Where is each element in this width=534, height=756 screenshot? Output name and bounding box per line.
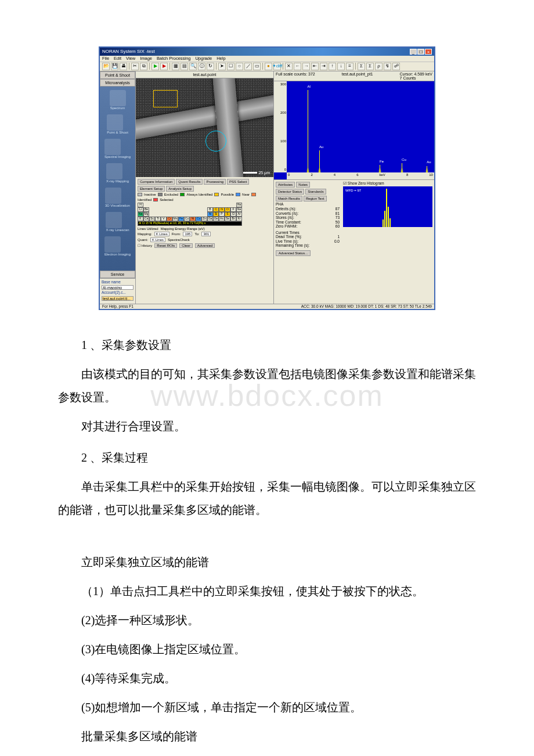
z-icon[interactable]: Σ xyxy=(358,63,365,70)
tab-notes[interactable]: Notes xyxy=(296,182,310,188)
arrow-left-icon[interactable]: ← xyxy=(294,63,301,70)
s-icon[interactable]: Σ xyxy=(366,63,374,70)
t-icon[interactable]: ☍ xyxy=(392,63,400,70)
select-icon[interactable]: ☐ xyxy=(227,63,234,70)
advanced-status-button[interactable]: Advanced Status... xyxy=(276,250,311,256)
nav-tab-microanalysis[interactable]: Microanalysis xyxy=(100,79,135,87)
tab-attributes[interactable]: Attributes xyxy=(276,182,295,188)
tab-region[interactable]: Region Text xyxy=(304,196,327,201)
menu-edit[interactable]: Edit xyxy=(114,56,121,61)
lines-controls: Lines Utilized Mapping Energy Range (eV) xyxy=(138,227,272,231)
plot-area: AlAuFeCuAu xyxy=(287,81,434,172)
q-icon[interactable]: ↯ xyxy=(384,63,391,70)
to-label: To: xyxy=(194,232,199,236)
tab-standards[interactable]: Standards xyxy=(305,189,326,195)
nav-item[interactable]: Point & Shoot xyxy=(107,114,128,134)
nav-item[interactable]: Spectrum xyxy=(110,90,126,110)
menu-view[interactable]: View xyxy=(126,56,135,61)
detector-status-panel: Attributes Notes Detector Status Standar… xyxy=(274,180,434,304)
tab-processing[interactable]: Processing xyxy=(204,179,226,185)
window-buttons: _ ☐ × xyxy=(410,49,432,55)
zoom-icon[interactable]: 🔍 xyxy=(189,63,197,70)
base-name-field[interactable]: Al-mapping xyxy=(102,285,134,290)
menu-file[interactable]: File xyxy=(102,56,109,61)
tab-match[interactable]: Match Results xyxy=(276,196,302,201)
clear-button[interactable]: Clear xyxy=(179,243,192,248)
last-icon[interactable]: ⇥ xyxy=(320,63,327,70)
close-button[interactable]: × xyxy=(425,49,432,55)
cursor-info: Cursor: 4.589 keV 7 Counts xyxy=(400,72,432,80)
periodic-table[interactable]: HHe LiBeBCNOFNe NaMgAlSiPSClAr KCaScTiVC… xyxy=(138,203,272,226)
reset-rois-button[interactable]: Reset ROIs xyxy=(154,243,177,248)
up-icon[interactable]: ↑ xyxy=(329,63,336,70)
menu-upgrade[interactable]: Upgrade xyxy=(195,56,212,61)
refresh-icon[interactable]: ↻ xyxy=(207,63,214,70)
cross-icon[interactable]: ✕ xyxy=(285,63,293,70)
setup-tabs-row1: Compare Information Quant Results Proces… xyxy=(138,179,272,185)
history-checkbox[interactable]: ☐ History xyxy=(138,244,152,247)
from-label: From: xyxy=(172,232,181,236)
nav-item[interactable]: 3D Visualization xyxy=(105,188,130,207)
tab-pss[interactable]: PSS Select xyxy=(227,179,249,185)
info-icon[interactable]: ⓘ xyxy=(198,63,205,70)
nav-item[interactable]: X-ray Mapping xyxy=(106,163,129,183)
minimize-button[interactable]: _ xyxy=(410,49,417,55)
account-field[interactable]: test.aut.point.ti... xyxy=(102,296,134,301)
nav-item[interactable]: Spectral Imaging xyxy=(104,139,131,159)
spectrum-pane: Full scale counts: 372 test.aut.point_pt… xyxy=(274,71,434,304)
tab-element-setup[interactable]: Element Setup xyxy=(138,186,165,192)
main-panels: test.aut.point 25 µm Compare Information… xyxy=(136,71,434,304)
tab-quant[interactable]: Quant Results xyxy=(176,179,203,185)
tab-detector[interactable]: Detector Status xyxy=(276,189,304,195)
marker2-icon[interactable]: ✦diff xyxy=(273,63,281,70)
record-icon[interactable]: ▶ xyxy=(160,63,168,70)
menu-help[interactable]: Help xyxy=(217,56,225,61)
line-tool-icon[interactable]: ／ xyxy=(244,63,252,70)
mapping-dropdown[interactable]: K Lines xyxy=(154,232,169,236)
scale-bar: 25 µm xyxy=(243,171,270,175)
grid-icon[interactable]: ▦ xyxy=(172,63,179,70)
marker1-icon[interactable]: ● xyxy=(265,63,272,70)
tab-compare[interactable]: Compare Information xyxy=(138,179,175,185)
nav-item[interactable]: X-ray Linescan xyxy=(106,212,129,232)
pointer-icon[interactable]: ➤ xyxy=(218,63,226,70)
show-zero-checkbox[interactable]: ☑ Show Zero Histogram xyxy=(343,182,432,186)
nav-tab-point-shoot[interactable]: Point & Shoot xyxy=(100,71,135,79)
x-axis: 0 2 4 6 keV 8 10 xyxy=(287,172,434,179)
advanced-button[interactable]: Advanced xyxy=(195,243,215,248)
first-icon[interactable]: ⇤ xyxy=(311,63,319,70)
sem-image[interactable]: 25 µm xyxy=(136,78,273,177)
cut-icon[interactable]: ✂ xyxy=(131,63,139,70)
nav-item[interactable]: Electron Imaging xyxy=(104,236,131,256)
point-shoot-icon xyxy=(107,114,123,131)
copy-icon[interactable]: ⧉ xyxy=(140,63,147,70)
play-icon[interactable]: ▶ xyxy=(151,63,159,70)
selection-rectangle[interactable] xyxy=(153,90,178,107)
grid2-icon[interactable]: ▤ xyxy=(181,63,188,70)
full-scale-label: Full scale counts: 372 xyxy=(276,72,315,80)
service-header[interactable]: Service xyxy=(100,271,135,278)
quant-dropdown[interactable]: K Lines xyxy=(150,237,165,242)
selection-circle[interactable] xyxy=(205,131,226,152)
rect-tool-icon[interactable]: ▭ xyxy=(253,63,261,70)
status-row: Dead Time (%):1 xyxy=(276,235,340,239)
maximize-button[interactable]: ☐ xyxy=(417,49,424,55)
save-icon[interactable]: 💾 xyxy=(111,63,118,70)
spectrum-chart[interactable]: 300 200 100 0 AlAuFeCuAu 0 2 4 6 keV 8 1… xyxy=(274,81,434,180)
arrow-right-icon[interactable]: → xyxy=(302,63,310,70)
menu-batch[interactable]: Batch Processing xyxy=(157,56,190,61)
open-icon[interactable]: 📂 xyxy=(102,63,110,70)
down-icon[interactable]: ↓ xyxy=(337,63,345,70)
circle-tool-icon[interactable]: ○ xyxy=(236,63,243,70)
print-icon[interactable]: 🖶 xyxy=(120,63,127,70)
to-input[interactable]: 301 xyxy=(201,232,211,236)
swatch-icon xyxy=(138,193,142,196)
swatch-icon xyxy=(214,193,219,196)
menu-image[interactable]: Image xyxy=(140,56,152,61)
tree-icon[interactable]: ≡ xyxy=(346,63,353,70)
from-input[interactable]: 195 xyxy=(183,232,192,236)
image-pane: test.aut.point 25 µm Compare Information… xyxy=(136,71,274,304)
nav-icon-column: Spectrum Point & Shoot Spectral Imaging … xyxy=(100,87,135,271)
p-icon[interactable]: ρ xyxy=(375,63,383,70)
tab-analysis-setup[interactable]: Analysis Setup xyxy=(166,186,194,192)
